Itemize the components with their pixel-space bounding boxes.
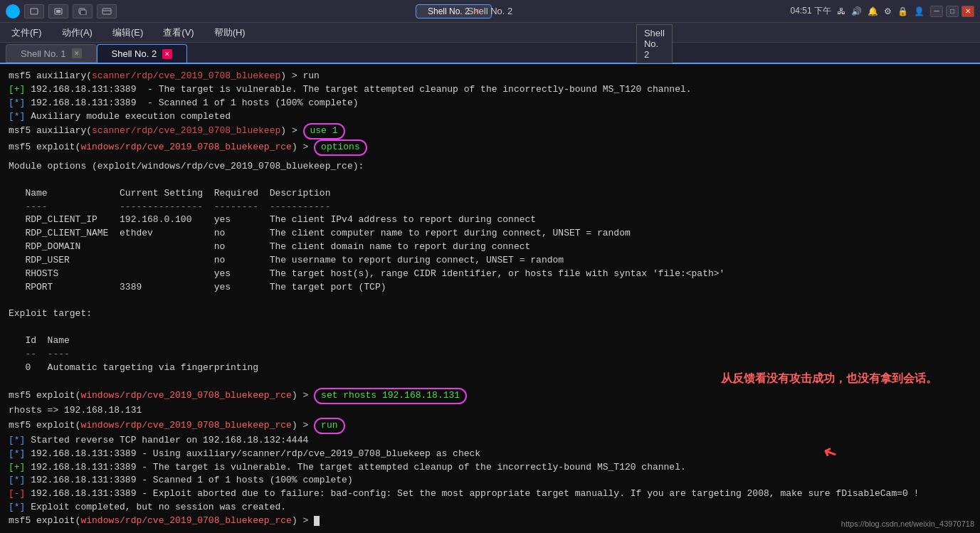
table-row-rdp-user: RDP_USER no The username to report durin… <box>9 254 971 268</box>
tab-shell-1-close[interactable]: ✕ <box>72 48 82 58</box>
menu-file[interactable]: 文件(F) <box>9 25 45 41</box>
terminal-line-final: msf5 exploit(windows/rdp/cve_2019_0708_b… <box>9 514 971 528</box>
table-header: Name Current Setting Required Descriptio… <box>9 187 971 201</box>
tray-volume-icon: 🔊 <box>851 6 862 16</box>
table-row-rport: RPORT 3389 yes The target port (TCP) <box>9 281 971 295</box>
taskbar-btn-1[interactable] <box>24 4 44 19</box>
tab-shell-1-label: Shell No. 1 <box>21 48 66 59</box>
et-header: Id Name <box>9 334 971 348</box>
menu-bar: 文件(F) 动作(A) 编辑(E) 查看(V) 帮助(H) <box>0 23 980 43</box>
taskbar-btn-3[interactable] <box>73 4 93 19</box>
prompt-text: msf5 auxiliary(scanner/rdp/cve_2019_0708… <box>9 70 320 81</box>
table-row-rhosts: RHOSTS yes The target host(s), range CID… <box>9 268 971 281</box>
tabs-bar: Shell No. 1 ✕ Shell No. 2 ✕ <box>0 43 980 64</box>
tab-shell-2-close[interactable]: ✕ <box>162 49 172 59</box>
title-bar: Shell No. 2 Shell No. 2 ✕ Shell No. 2 04… <box>0 0 980 23</box>
module-name-5: windows/rdp/cve_2019_0708_bluekeep_rce <box>80 420 291 431</box>
terminal-line-prompt3: msf5 exploit(windows/rdp/cve_2019_0708_b… <box>9 139 971 156</box>
terminal-line-prompt4: msf5 exploit(windows/rdp/cve_2019_0708_b… <box>9 388 971 404</box>
tooltip-text: Shell No. 2 <box>644 28 665 60</box>
title-bar-right: 04:51 下午 🖧 🔊 🔔 ⚙ 🔒 👤 ─ □ ✕ <box>791 5 974 17</box>
module-name-1: scanner/rdp/cve_2019_0708_bluekeep <box>92 70 280 81</box>
menu-help[interactable]: 帮助(H) <box>211 25 248 41</box>
module-name-3: windows/rdp/cve_2019_0708_bluekeep_rce <box>80 142 291 152</box>
line-scanned-1: [*] 192.168.18.131:3389 - Scanned 1 of 1… <box>9 97 971 110</box>
taskbar-tab-label: Shell No. 2 <box>428 6 470 16</box>
clock: 04:51 下午 <box>791 5 831 17</box>
cmd-options: options <box>321 142 360 152</box>
tray-settings-icon: ⚙ <box>884 6 892 16</box>
blank-line-3 <box>9 321 971 334</box>
blank-line-1 <box>9 174 971 187</box>
tab-shell-2[interactable]: Shell No. 2 ✕ <box>97 44 188 63</box>
cmd-use: use 1 <box>310 125 338 136</box>
taskbar-btn-2[interactable] <box>48 4 68 19</box>
rhosts-set: rhosts => 192.168.18.131 <box>9 404 971 418</box>
tray-bell-icon: 🔔 <box>868 6 878 16</box>
minimize-button[interactable]: ─ <box>930 6 943 17</box>
taskbar-btn-4[interactable] <box>97 4 117 19</box>
svg-rect-3 <box>56 10 60 13</box>
terminal-line-prompt2: msf5 auxiliary(scanner/rdp/cve_2019_0708… <box>9 123 971 139</box>
exploit-target-header: Exploit target: <box>9 307 971 321</box>
cmd-set-rhosts: set rhosts 192.168.18.131 <box>321 390 460 401</box>
menu-edit[interactable]: 编辑(E) <box>110 25 146 41</box>
svg-rect-1 <box>31 9 38 14</box>
tray-network-icon: 🖧 <box>837 6 845 16</box>
annotation-text: 从反馈看没有攻击成功，也没有拿到会话。 <box>721 370 937 386</box>
tray-lock-icon: 🔒 <box>897 6 908 16</box>
module-name-final: windows/rdp/cve_2019_0708_bluekeep_rce <box>80 515 291 526</box>
line-aux-complete: [*] Auxiliary module execution completed <box>9 110 971 124</box>
tab-shell-1[interactable]: Shell No. 1 ✕ <box>6 44 97 63</box>
tray-user-icon: 👤 <box>914 6 924 16</box>
window-title: Shell No. 2 <box>468 6 513 16</box>
table-sep: ---- --------------- -------- ----------… <box>9 201 971 214</box>
table-row-rdp-domain: RDP_DOMAIN no The client domain name to … <box>9 241 971 254</box>
et-sep: -- ---- <box>9 348 971 362</box>
menu-action[interactable]: 动作(A) <box>59 25 95 41</box>
watermark: https://blog.csdn.net/weixin_43970718 <box>841 519 974 530</box>
tab-tooltip: Shell No. 2 <box>636 24 673 63</box>
cmd-run: run <box>321 420 337 431</box>
svg-rect-5 <box>80 10 86 15</box>
line-vuln-1: [+] 192.168.18.131:3389 - The target is … <box>9 83 971 97</box>
svg-rect-6 <box>102 9 111 14</box>
maximize-button[interactable]: □ <box>946 6 959 17</box>
line-no-session: [*] Exploit completed, but no session wa… <box>9 501 971 514</box>
module-name-4: windows/rdp/cve_2019_0708_bluekeep_rce <box>80 390 291 401</box>
table-row-rdp-client-ip: RDP_CLIENT_IP 192.168.0.100 yes The clie… <box>9 213 971 227</box>
close-button[interactable]: ✕ <box>961 6 974 17</box>
terminal-line-prompt5: msf5 exploit(windows/rdp/cve_2019_0708_b… <box>9 418 971 434</box>
blank-line-2 <box>9 295 971 308</box>
menu-view[interactable]: 查看(V) <box>160 25 196 41</box>
line-aborted: [-] 192.168.18.131:3389 - Exploit aborte… <box>9 487 971 501</box>
app-icon <box>6 4 20 19</box>
module-name-2: scanner/rdp/cve_2019_0708_bluekeep <box>92 125 280 136</box>
line-scanned-2: [*] 192.168.18.131:3389 - Scanned 1 of 1… <box>9 474 971 487</box>
title-bar-left <box>6 4 117 19</box>
table-row-rdp-client-name: RDP_CLIENT_NAME ethdev no The client com… <box>9 227 971 241</box>
terminal[interactable]: msf5 auxiliary(scanner/rdp/cve_2019_0708… <box>0 64 980 533</box>
window-controls: ─ □ ✕ <box>930 6 974 17</box>
terminal-line-prompt1: msf5 auxiliary(scanner/rdp/cve_2019_0708… <box>9 70 971 83</box>
tab-shell-2-label: Shell No. 2 <box>112 48 157 59</box>
module-options-header: Module options (exploit/windows/rdp/cve_… <box>9 160 971 174</box>
